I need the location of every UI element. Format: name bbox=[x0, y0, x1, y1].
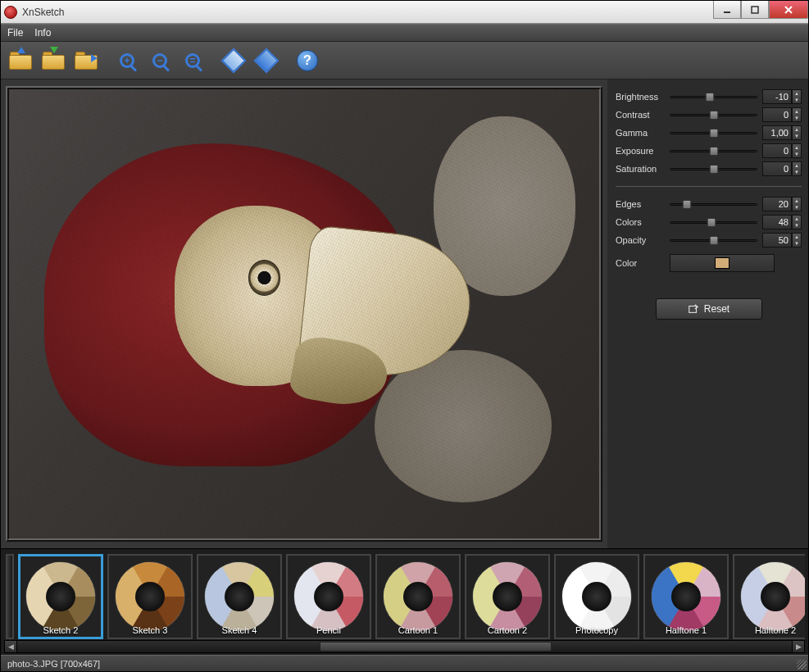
help-button[interactable]: ? bbox=[293, 46, 322, 75]
minimize-button[interactable] bbox=[713, 1, 741, 19]
resize-grip-icon[interactable] bbox=[797, 660, 807, 670]
color-picker[interactable] bbox=[670, 254, 775, 272]
rotate-right-icon bbox=[253, 48, 279, 73]
zoom-fit-icon bbox=[185, 53, 200, 68]
zoom-fit-button[interactable] bbox=[178, 46, 207, 75]
reset-button[interactable]: Reset bbox=[656, 298, 762, 320]
rotate-right-button[interactable] bbox=[252, 46, 281, 75]
edges-slider-thumb[interactable] bbox=[683, 200, 692, 209]
main-area: Brightness-10▲▼Contrast0▲▼Gamma1,00▲▼Exp… bbox=[1, 79, 808, 548]
scroll-track[interactable] bbox=[17, 641, 792, 652]
maximize-button[interactable] bbox=[741, 1, 769, 19]
edges-spinner[interactable]: ▲▼ bbox=[792, 197, 802, 211]
zoom-out-icon bbox=[152, 53, 167, 68]
filmstrip-item-label: Halftone 2 bbox=[734, 625, 805, 635]
scroll-right-button[interactable]: ▶ bbox=[792, 641, 804, 652]
menu-file[interactable]: File bbox=[7, 27, 23, 39]
contrast-row: Contrast0▲▼ bbox=[616, 106, 802, 124]
zoom-out-button[interactable] bbox=[145, 46, 175, 75]
contrast-value[interactable]: 0 bbox=[762, 107, 792, 122]
gamma-label: Gamma bbox=[616, 128, 670, 138]
side-panel: Brightness-10▲▼Contrast0▲▼Gamma1,00▲▼Exp… bbox=[607, 79, 808, 548]
saturation-spinner[interactable]: ▲▼ bbox=[792, 161, 802, 176]
filmstrip-item-halftone-1[interactable]: Halftone 1 bbox=[643, 554, 729, 639]
opacity-spinner[interactable]: ▲▼ bbox=[792, 233, 802, 247]
filmstrip-item-label: Pencil bbox=[288, 625, 370, 635]
close-button[interactable] bbox=[769, 1, 808, 19]
saturation-value[interactable]: 0 bbox=[762, 161, 792, 176]
filmstrip-item-label: Sketch 4 bbox=[198, 625, 280, 635]
filmstrip-scrollbar[interactable]: ◀ ▶ bbox=[4, 640, 805, 653]
exposure-slider-thumb[interactable] bbox=[709, 147, 718, 156]
rotate-left-icon bbox=[220, 48, 246, 73]
zoom-in-button[interactable] bbox=[112, 46, 142, 75]
edges-slider[interactable] bbox=[670, 198, 757, 211]
filmstrip-item-cartoon-2[interactable]: Cartoon 2 bbox=[465, 554, 550, 639]
brightness-row: Brightness-10▲▼ bbox=[616, 88, 802, 106]
menu-info[interactable]: Info bbox=[34, 27, 51, 39]
wheel-icon bbox=[651, 561, 721, 632]
titlebar[interactable]: XnSketch bbox=[1, 1, 808, 24]
colors-slider-thumb[interactable] bbox=[707, 218, 716, 227]
svg-rect-1 bbox=[752, 7, 758, 13]
opacity-slider[interactable] bbox=[670, 234, 757, 247]
gamma-slider-thumb[interactable] bbox=[709, 129, 718, 138]
save-button[interactable] bbox=[39, 46, 68, 75]
open-button[interactable] bbox=[6, 46, 35, 75]
filmstrip-edge-left[interactable] bbox=[6, 554, 14, 639]
rotate-left-button[interactable] bbox=[219, 46, 248, 75]
edges-value[interactable]: 20 bbox=[762, 197, 792, 211]
contrast-spinner[interactable]: ▲▼ bbox=[792, 107, 802, 122]
filmstrip-item-label: Sketch 3 bbox=[109, 625, 191, 635]
gamma-spinner[interactable]: ▲▼ bbox=[792, 125, 802, 140]
opacity-slider-thumb[interactable] bbox=[709, 236, 718, 245]
filmstrip-item-pencil[interactable]: Pencil bbox=[286, 554, 371, 639]
opacity-value[interactable]: 50 bbox=[762, 233, 792, 247]
brightness-slider-thumb[interactable] bbox=[706, 93, 715, 102]
filmstrip-item-photocopy[interactable]: Photocopy bbox=[554, 554, 639, 639]
color-row: Color bbox=[616, 254, 802, 272]
filmstrip-item-sketch-2[interactable]: Sketch 2 bbox=[18, 554, 103, 639]
brightness-value[interactable]: -10 bbox=[762, 89, 792, 104]
exposure-spinner[interactable]: ▲▼ bbox=[792, 143, 802, 158]
filmstrip-item-cartoon-1[interactable]: Cartoon 1 bbox=[375, 554, 461, 639]
scroll-left-button[interactable]: ◀ bbox=[5, 641, 17, 652]
wheel-icon bbox=[472, 561, 543, 632]
gamma-slider[interactable] bbox=[670, 126, 757, 139]
zoom-in-icon bbox=[120, 53, 134, 68]
saturation-slider-thumb[interactable] bbox=[709, 165, 718, 174]
wheel-icon bbox=[115, 561, 185, 632]
help-icon: ? bbox=[297, 50, 318, 71]
toolbar: ▾ ? bbox=[1, 42, 808, 79]
wheel-icon bbox=[204, 561, 275, 632]
color-label: Color bbox=[616, 258, 670, 268]
contrast-label: Contrast bbox=[616, 110, 670, 120]
filmstrip-item-label: Halftone 1 bbox=[645, 625, 727, 635]
brightness-slider[interactable] bbox=[670, 90, 757, 103]
filmstrip-item-sketch-3[interactable]: Sketch 3 bbox=[107, 554, 193, 639]
colors-spinner[interactable]: ▲▼ bbox=[792, 215, 802, 229]
scroll-thumb[interactable] bbox=[320, 642, 552, 652]
status-text: photo-3.JPG [700x467] bbox=[7, 659, 100, 669]
colors-value[interactable]: 48 bbox=[762, 215, 792, 229]
filmstrip-item-label: Photocopy bbox=[556, 625, 638, 635]
filmstrip-item-halftone-2[interactable]: Halftone 2 bbox=[733, 554, 805, 639]
brightness-spinner[interactable]: ▲▼ bbox=[792, 89, 802, 104]
wheel-icon bbox=[740, 561, 805, 632]
opacity-row: Opacity50▲▼ bbox=[616, 231, 802, 249]
exposure-slider[interactable] bbox=[670, 144, 757, 157]
exposure-value[interactable]: 0 bbox=[762, 143, 792, 158]
wheel-icon bbox=[293, 561, 364, 632]
opacity-label: Opacity bbox=[616, 235, 670, 245]
color-swatch-icon bbox=[715, 257, 729, 269]
canvas-image[interactable] bbox=[9, 89, 599, 538]
filmstrip-item-sketch-4[interactable]: Sketch 4 bbox=[197, 554, 282, 639]
export-button[interactable]: ▾ bbox=[71, 46, 101, 75]
reset-icon bbox=[688, 303, 699, 315]
saturation-slider[interactable] bbox=[670, 162, 757, 175]
contrast-slider[interactable] bbox=[670, 108, 757, 121]
contrast-slider-thumb[interactable] bbox=[709, 111, 718, 120]
gamma-value[interactable]: 1,00 bbox=[762, 125, 792, 140]
canvas-frame bbox=[6, 86, 602, 542]
colors-slider[interactable] bbox=[670, 216, 757, 229]
